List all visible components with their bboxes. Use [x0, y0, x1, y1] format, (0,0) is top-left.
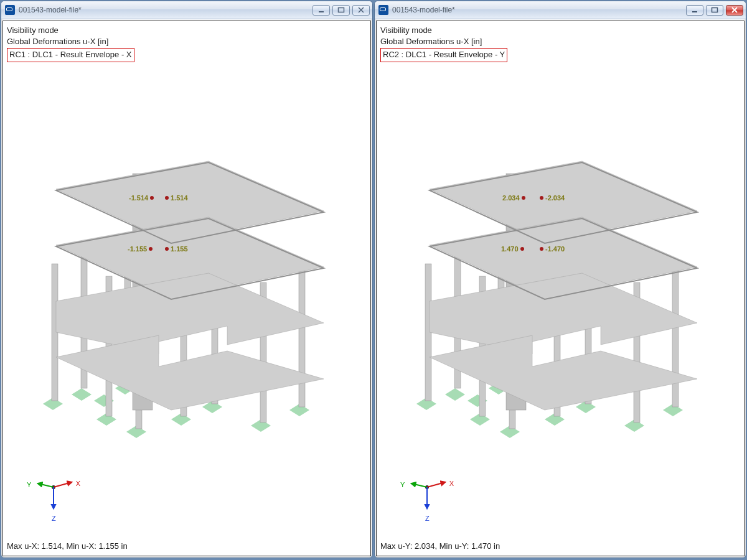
value-label: 1.470 — [501, 245, 519, 253]
close-button[interactable] — [726, 5, 743, 16]
value-node-mid-right: 1.155 — [165, 245, 188, 253]
minimize-icon — [691, 7, 698, 13]
visibility-mode-label: Visibility mode — [380, 25, 507, 36]
titlebar-right[interactable]: 001543-model-file* — [375, 1, 746, 19]
value-label: 1.155 — [171, 245, 188, 253]
deformation-label: Global Deformations u-X [in] — [7, 36, 134, 47]
svg-line-58 — [411, 483, 427, 487]
value-node-mid-left: 1.470 — [501, 245, 524, 253]
maximize-icon — [711, 7, 718, 13]
svg-rect-1 — [339, 8, 344, 12]
model-3d-left[interactable]: -1.514 1.514 -1.155 1.155 — [3, 121, 370, 457]
viewport-info-left: Visibility mode Global Deformations u-X … — [7, 25, 134, 62]
summary-right: Max u-Y: 2.034, Min u-Y: 1.470 in — [380, 541, 500, 551]
svg-marker-24 — [56, 273, 324, 354]
value-label: -2.034 — [545, 194, 565, 202]
node-dot-icon — [165, 247, 169, 251]
close-icon — [731, 7, 738, 13]
svg-line-27 — [54, 482, 72, 487]
visibility-mode-label: Visibility mode — [7, 25, 134, 36]
value-label: 1.514 — [171, 194, 188, 202]
axis-triad-svg — [404, 472, 450, 518]
minimize-button[interactable] — [312, 5, 330, 16]
node-dot-icon — [165, 196, 169, 200]
result-combination-label: RC2 : DLC1 - Result Envelope - Y — [380, 48, 507, 62]
value-node-top-right: -2.034 — [540, 194, 565, 202]
titlebar-left[interactable]: 001543-model-file* — [1, 1, 372, 19]
value-node-top-right: 1.514 — [165, 194, 188, 202]
summary-text: Max u-Y: 2.034, Min u-Y: 1.470 in — [380, 541, 500, 551]
svg-rect-30 — [692, 11, 697, 12]
node-dot-icon — [540, 247, 543, 251]
value-node-top-left: -1.514 — [129, 194, 154, 202]
window-buttons — [312, 5, 370, 16]
axis-y-label: Y — [400, 481, 405, 488]
window-buttons — [686, 5, 743, 16]
model-3d-right[interactable]: 2.034 -2.034 1.470 -1.470 — [377, 121, 744, 457]
axis-x-label: X — [449, 480, 454, 487]
app-icon — [378, 5, 388, 15]
summary-text: Max u-X: 1.514, Min u-X: 1.155 in — [7, 541, 128, 551]
app-container: 001543-model-file* Visibility mode Globa… — [0, 0, 747, 559]
node-dot-icon — [520, 247, 524, 251]
maximize-button[interactable] — [332, 5, 350, 16]
summary-left: Max u-X: 1.514, Min u-X: 1.155 in — [7, 541, 128, 551]
svg-marker-25 — [56, 335, 324, 410]
value-label: -1.470 — [545, 245, 565, 253]
axis-z-label: Z — [425, 515, 430, 522]
viewport-content-left[interactable]: Visibility mode Global Deformations u-X … — [2, 21, 371, 556]
axis-z-label: Z — [52, 515, 56, 522]
axis-x-label: X — [76, 480, 80, 487]
result-combination-label: RC1 : DLC1 - Result Envelope - X — [7, 48, 134, 62]
value-label: -1.155 — [128, 245, 147, 253]
maximize-icon — [337, 7, 345, 13]
svg-marker-33 — [445, 388, 465, 401]
window-title: 001543-model-file* — [19, 6, 309, 14]
maximize-button[interactable] — [706, 5, 723, 16]
axis-triad-svg — [31, 472, 77, 518]
viewport-info-right: Visibility mode Global Deformations u-X … — [380, 25, 507, 62]
close-button[interactable] — [352, 5, 370, 16]
node-dot-icon — [150, 196, 154, 200]
svg-marker-54 — [430, 273, 697, 354]
app-icon — [5, 5, 15, 15]
svg-rect-31 — [712, 8, 718, 12]
value-label: 2.034 — [502, 194, 520, 202]
window-title: 001543-model-file* — [392, 6, 682, 14]
value-label: -1.514 — [129, 194, 148, 202]
structural-model-svg — [377, 121, 744, 457]
value-node-top-left: 2.034 — [502, 194, 525, 202]
svg-marker-3 — [72, 388, 92, 401]
value-node-mid-right: -1.470 — [540, 245, 565, 253]
close-icon — [357, 7, 365, 13]
minimize-button[interactable] — [686, 5, 703, 16]
node-dot-icon — [522, 196, 525, 200]
minimize-icon — [317, 7, 325, 13]
viewport-left: 001543-model-file* Visibility mode Globa… — [1, 1, 373, 558]
axis-triad: X Y Z — [404, 472, 450, 518]
svg-line-28 — [38, 483, 54, 487]
svg-rect-0 — [319, 11, 324, 12]
svg-line-57 — [427, 482, 445, 487]
svg-rect-18 — [299, 267, 305, 407]
node-dot-icon — [149, 247, 153, 251]
axis-y-label: Y — [27, 481, 31, 488]
deformation-label: Global Deformations u-X [in] — [380, 36, 507, 47]
value-node-mid-left: -1.155 — [128, 245, 153, 253]
node-dot-icon — [540, 196, 543, 200]
axis-triad: X Y Z — [31, 472, 77, 518]
svg-marker-55 — [430, 335, 697, 410]
structural-model-svg — [3, 121, 370, 457]
viewport-content-right[interactable]: Visibility mode Global Deformations u-X … — [376, 21, 745, 556]
viewport-right: 001543-model-file* Visibility mode Globa… — [374, 1, 746, 558]
svg-rect-48 — [672, 267, 679, 407]
